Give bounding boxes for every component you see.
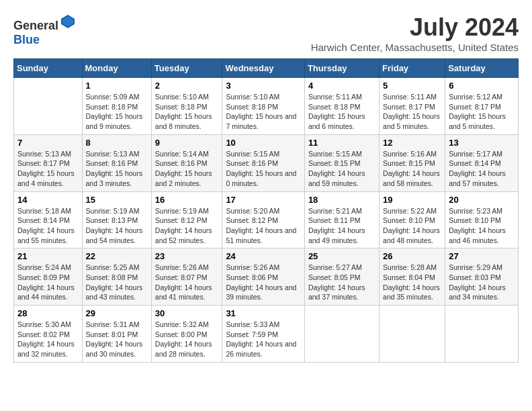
day-content: Sunrise: 5:29 AM Sunset: 8:03 PM Dayligh…	[449, 263, 515, 302]
day-number: 26	[383, 251, 441, 261]
logo-text: General Blue	[13, 13, 76, 47]
calendar-cell: 20Sunrise: 5:23 AM Sunset: 8:10 PM Dayli…	[445, 191, 519, 248]
day-content: Sunrise: 5:15 AM Sunset: 8:16 PM Dayligh…	[226, 149, 301, 189]
calendar-body: 1Sunrise: 5:09 AM Sunset: 8:18 PM Daylig…	[14, 78, 519, 363]
day-number: 27	[449, 251, 515, 261]
calendar-cell: 23Sunrise: 5:26 AM Sunset: 8:07 PM Dayli…	[151, 248, 222, 306]
calendar-cell: 1Sunrise: 5:09 AM Sunset: 8:18 PM Daylig…	[82, 78, 151, 135]
day-content: Sunrise: 5:30 AM Sunset: 8:02 PM Dayligh…	[17, 320, 79, 359]
day-content: Sunrise: 5:15 AM Sunset: 8:15 PM Dayligh…	[308, 149, 375, 189]
day-content: Sunrise: 5:14 AM Sunset: 8:16 PM Dayligh…	[155, 149, 219, 189]
day-content: Sunrise: 5:18 AM Sunset: 8:14 PM Dayligh…	[17, 206, 79, 246]
day-number: 29	[86, 308, 148, 318]
header-wednesday: Wednesday	[222, 59, 305, 78]
day-content: Sunrise: 5:21 AM Sunset: 8:11 PM Dayligh…	[308, 206, 375, 246]
day-number: 19	[383, 195, 441, 205]
calendar-cell: 28Sunrise: 5:30 AM Sunset: 8:02 PM Dayli…	[14, 306, 83, 363]
calendar-cell: 5Sunrise: 5:11 AM Sunset: 8:17 PM Daylig…	[380, 78, 445, 135]
header-sunday: Sunday	[14, 59, 83, 78]
day-content: Sunrise: 5:11 AM Sunset: 8:18 PM Dayligh…	[308, 92, 375, 132]
calendar-cell: 21Sunrise: 5:24 AM Sunset: 8:09 PM Dayli…	[14, 248, 83, 306]
calendar-cell: 16Sunrise: 5:19 AM Sunset: 8:12 PM Dayli…	[151, 191, 222, 248]
calendar-cell: 14Sunrise: 5:18 AM Sunset: 8:14 PM Dayli…	[14, 191, 83, 248]
day-content: Sunrise: 5:26 AM Sunset: 8:06 PM Dayligh…	[226, 263, 301, 302]
header-row: SundayMondayTuesdayWednesdayThursdayFrid…	[14, 59, 519, 78]
calendar-cell	[304, 306, 379, 363]
day-number: 10	[226, 138, 301, 148]
day-number: 21	[17, 251, 79, 261]
header-monday: Monday	[82, 59, 151, 78]
header-tuesday: Tuesday	[151, 59, 222, 78]
day-number: 9	[155, 138, 219, 148]
calendar-cell: 10Sunrise: 5:15 AM Sunset: 8:16 PM Dayli…	[222, 134, 305, 191]
day-content: Sunrise: 5:27 AM Sunset: 8:05 PM Dayligh…	[308, 263, 375, 302]
day-number: 14	[17, 195, 79, 205]
page-header: General Blue July 2024 Harwich Center, M…	[13, 13, 519, 53]
day-number: 8	[86, 138, 148, 148]
day-number: 1	[86, 81, 148, 91]
calendar-cell: 24Sunrise: 5:26 AM Sunset: 8:06 PM Dayli…	[222, 248, 305, 306]
day-number: 18	[308, 195, 375, 205]
day-content: Sunrise: 5:13 AM Sunset: 8:17 PM Dayligh…	[17, 149, 79, 189]
day-content: Sunrise: 5:23 AM Sunset: 8:10 PM Dayligh…	[449, 206, 515, 246]
day-number: 5	[383, 81, 441, 91]
calendar-cell: 22Sunrise: 5:25 AM Sunset: 8:08 PM Dayli…	[82, 248, 151, 306]
day-number: 4	[308, 81, 375, 91]
day-content: Sunrise: 5:25 AM Sunset: 8:08 PM Dayligh…	[86, 263, 148, 302]
day-content: Sunrise: 5:24 AM Sunset: 8:09 PM Dayligh…	[17, 263, 79, 302]
calendar-cell: 12Sunrise: 5:16 AM Sunset: 8:15 PM Dayli…	[380, 134, 445, 191]
week-row-1: 1Sunrise: 5:09 AM Sunset: 8:18 PM Daylig…	[14, 78, 519, 135]
header-saturday: Saturday	[445, 59, 519, 78]
location-title: Harwich Center, Massachusetts, United St…	[311, 42, 519, 53]
day-content: Sunrise: 5:11 AM Sunset: 8:17 PM Dayligh…	[383, 92, 441, 132]
day-content: Sunrise: 5:31 AM Sunset: 8:01 PM Dayligh…	[86, 320, 148, 359]
day-number: 3	[226, 81, 301, 91]
day-number: 22	[86, 251, 148, 261]
day-number: 12	[383, 138, 441, 148]
calendar-cell: 25Sunrise: 5:27 AM Sunset: 8:05 PM Dayli…	[304, 248, 379, 306]
calendar-cell: 2Sunrise: 5:10 AM Sunset: 8:18 PM Daylig…	[151, 78, 222, 135]
day-content: Sunrise: 5:17 AM Sunset: 8:14 PM Dayligh…	[449, 149, 515, 189]
day-number: 11	[308, 138, 375, 148]
day-number: 28	[17, 308, 79, 318]
calendar-cell: 19Sunrise: 5:22 AM Sunset: 8:10 PM Dayli…	[380, 191, 445, 248]
calendar-cell: 7Sunrise: 5:13 AM Sunset: 8:17 PM Daylig…	[14, 134, 83, 191]
week-row-5: 28Sunrise: 5:30 AM Sunset: 8:02 PM Dayli…	[14, 306, 519, 363]
calendar-cell: 9Sunrise: 5:14 AM Sunset: 8:16 PM Daylig…	[151, 134, 222, 191]
calendar-header: SundayMondayTuesdayWednesdayThursdayFrid…	[14, 59, 519, 78]
day-number: 2	[155, 81, 219, 91]
day-content: Sunrise: 5:26 AM Sunset: 8:07 PM Dayligh…	[155, 263, 219, 302]
day-content: Sunrise: 5:10 AM Sunset: 8:18 PM Dayligh…	[155, 92, 219, 132]
week-row-3: 14Sunrise: 5:18 AM Sunset: 8:14 PM Dayli…	[14, 191, 519, 248]
day-content: Sunrise: 5:33 AM Sunset: 7:59 PM Dayligh…	[226, 320, 301, 359]
calendar-cell: 30Sunrise: 5:32 AM Sunset: 8:00 PM Dayli…	[151, 306, 222, 363]
day-content: Sunrise: 5:28 AM Sunset: 8:04 PM Dayligh…	[383, 263, 441, 302]
day-number: 13	[449, 138, 515, 148]
month-title: July 2024	[311, 13, 519, 42]
day-content: Sunrise: 5:16 AM Sunset: 8:15 PM Dayligh…	[383, 149, 441, 189]
day-content: Sunrise: 5:20 AM Sunset: 8:12 PM Dayligh…	[226, 206, 301, 246]
week-row-2: 7Sunrise: 5:13 AM Sunset: 8:17 PM Daylig…	[14, 134, 519, 191]
day-content: Sunrise: 5:19 AM Sunset: 8:12 PM Dayligh…	[155, 206, 219, 246]
calendar-cell: 27Sunrise: 5:29 AM Sunset: 8:03 PM Dayli…	[445, 248, 519, 306]
calendar-cell	[445, 306, 519, 363]
day-number: 7	[17, 138, 79, 148]
calendar-cell: 8Sunrise: 5:13 AM Sunset: 8:16 PM Daylig…	[82, 134, 151, 191]
day-content: Sunrise: 5:32 AM Sunset: 8:00 PM Dayligh…	[155, 320, 219, 359]
calendar-table: SundayMondayTuesdayWednesdayThursdayFrid…	[13, 58, 519, 363]
calendar-cell: 11Sunrise: 5:15 AM Sunset: 8:15 PM Dayli…	[304, 134, 379, 191]
day-number: 6	[449, 81, 515, 91]
logo: General Blue	[13, 13, 76, 47]
day-number: 23	[155, 251, 219, 261]
calendar-cell	[380, 306, 445, 363]
day-number: 17	[226, 195, 301, 205]
day-number: 15	[86, 195, 148, 205]
calendar-cell	[14, 78, 83, 135]
day-content: Sunrise: 5:09 AM Sunset: 8:18 PM Dayligh…	[86, 92, 148, 132]
day-content: Sunrise: 5:10 AM Sunset: 8:18 PM Dayligh…	[226, 92, 301, 132]
calendar-cell: 31Sunrise: 5:33 AM Sunset: 7:59 PM Dayli…	[222, 306, 305, 363]
day-number: 20	[449, 195, 515, 205]
calendar-cell: 29Sunrise: 5:31 AM Sunset: 8:01 PM Dayli…	[82, 306, 151, 363]
calendar-cell: 17Sunrise: 5:20 AM Sunset: 8:12 PM Dayli…	[222, 191, 305, 248]
day-number: 31	[226, 308, 301, 318]
